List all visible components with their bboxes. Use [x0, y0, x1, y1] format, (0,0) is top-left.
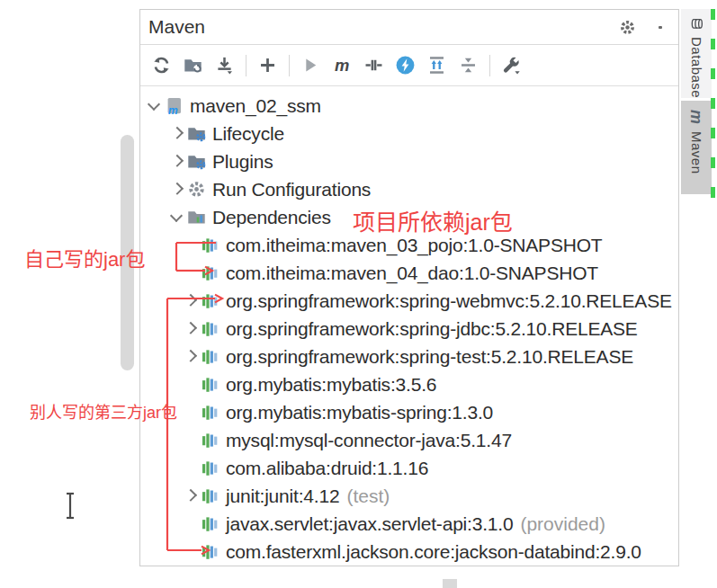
screen: Maven m: [0, 0, 717, 588]
execute-maven-goal-button[interactable]: m: [331, 54, 354, 76]
chevron-right-icon[interactable]: [182, 343, 200, 370]
skip-tests-icon: [363, 55, 384, 76]
tree-row-label: junit:junit:4.12: [226, 486, 339, 507]
folder-gear-icon: [186, 123, 207, 144]
library-icon: [200, 235, 220, 255]
tree-row-label: org.springframework:spring-test:5.2.10.R…: [226, 346, 633, 368]
maven-settings-button[interactable]: [500, 54, 523, 76]
dependency-scope-badge: (provided): [520, 513, 605, 535]
tree-row-label: com.fasterxml.jackson.core:jackson-datab…: [226, 541, 641, 563]
library-icon: [200, 318, 220, 339]
maven-project-tree: maven_02_ssm Lifecycle Plugins Run Confi…: [140, 86, 678, 566]
chevron-slot: [182, 510, 200, 538]
reimport-button[interactable]: [150, 54, 173, 76]
tree-row-label: javax.servlet:javax.servlet-api:3.1.0: [226, 513, 513, 535]
chevron-slot: [182, 426, 200, 454]
library-icon: [200, 263, 220, 283]
tree-row-label: Lifecycle: [212, 123, 284, 145]
tree-row-dependency[interactable]: org.springframework:spring-webmvc:5.2.10…: [140, 287, 678, 315]
tab-maven[interactable]: m Maven: [681, 101, 712, 194]
maven-m-icon: m: [332, 55, 353, 76]
tree-row-dependency[interactable]: com.fasterxml.jackson.core:jackson-datab…: [140, 538, 678, 566]
tree-row-label: Dependencies: [212, 207, 331, 228]
tool-window-titlebar: Maven: [140, 10, 678, 45]
generate-sources-button[interactable]: [182, 54, 204, 76]
tool-window-tab-strip: Database m Maven: [681, 9, 712, 194]
text-cursor-pointer: [63, 492, 77, 520]
expand-all-button[interactable]: [426, 54, 448, 76]
chevron-slot: [182, 370, 200, 398]
lightning-icon: [395, 55, 416, 76]
tool-window-title: Maven: [148, 16, 205, 38]
hide-tool-window-button[interactable]: [639, 15, 662, 39]
gear-icon: [186, 179, 207, 200]
chevron-slot: [182, 454, 200, 482]
wrench-icon: [501, 55, 522, 76]
tree-row-label: mysql:mysql-connector-java:5.1.47: [226, 430, 512, 451]
library-icon: [200, 458, 220, 478]
library-icon: [200, 374, 220, 395]
tree-row-label: org.mybatis:mybatis:3.5.6: [226, 374, 436, 396]
annotation-own-jars: 自己写的jar包: [24, 243, 145, 272]
chevron-slot: [182, 398, 200, 426]
tool-window-settings-button[interactable]: [615, 15, 639, 39]
tree-row-label: org.springframework:spring-jdbc:5.2.10.R…: [226, 318, 638, 340]
toolbar-separator: [289, 55, 290, 76]
collapse-all-button[interactable]: [457, 54, 479, 76]
refresh-icon: [151, 55, 172, 76]
tree-row-label: com.itheima:maven_04_dao:1.0-SNAPSHOT: [226, 263, 598, 284]
tree-row-dependency[interactable]: javax.servlet:javax.servlet-api:3.1.0 (p…: [140, 510, 678, 538]
tree-row-project[interactable]: maven_02_ssm: [140, 92, 678, 120]
tree-row-label: maven_02_ssm: [190, 95, 321, 117]
dependency-scope-badge: (test): [346, 486, 390, 507]
toolbar-separator: [489, 55, 490, 76]
tree-row-dependency[interactable]: org.springframework:spring-jdbc:5.2.10.R…: [140, 315, 678, 343]
tree-row-dependency[interactable]: org.springframework:spring-test:5.2.10.R…: [140, 343, 678, 370]
toggle-offline-mode-button[interactable]: [394, 54, 417, 76]
tree-row-dependency[interactable]: org.mybatis:mybatis-spring:1.3.0: [140, 398, 678, 426]
gear-icon: [618, 18, 637, 37]
chevron-down-icon[interactable]: [146, 92, 164, 120]
library-icon: [200, 346, 220, 367]
tab-label: Database: [689, 37, 704, 98]
download-sources-button[interactable]: [213, 54, 236, 76]
chevron-slot: [182, 231, 200, 259]
tree-row-label: com.alibaba:druid:1.1.16: [226, 458, 428, 479]
tree-row-plugins[interactable]: Plugins: [140, 147, 678, 175]
tree-row-dependency[interactable]: junit:junit:4.12 (test): [140, 482, 678, 510]
tab-database[interactable]: Database: [681, 9, 712, 98]
library-icon: [200, 430, 220, 450]
chevron-right-icon[interactable]: [168, 175, 186, 203]
toggle-skip-tests-button[interactable]: [363, 54, 385, 76]
toolbar-separator: [246, 55, 246, 76]
chevron-down-icon[interactable]: [168, 203, 186, 231]
maven-toolbar: m: [140, 45, 678, 86]
tree-row-dependency[interactable]: com.alibaba:druid:1.1.16: [140, 454, 678, 482]
run-maven-build-button[interactable]: [300, 54, 322, 76]
tree-row-lifecycle[interactable]: Lifecycle: [140, 120, 678, 147]
tree-row-dependency[interactable]: com.itheima:maven_04_dao:1.0-SNAPSHOT: [140, 259, 678, 287]
download-arrow-icon: [214, 55, 235, 76]
tree-row-dependency[interactable]: org.mybatis:mybatis:3.5.6: [140, 370, 678, 398]
chevron-right-icon[interactable]: [168, 147, 186, 175]
green-dashed-edge-marks: [711, 9, 715, 198]
maven-m-icon: m: [688, 110, 704, 124]
database-icon: [690, 14, 704, 33]
tree-row-dependency[interactable]: mysql:mysql-connector-java:5.1.47: [140, 426, 678, 454]
chevron-right-icon[interactable]: [182, 315, 200, 343]
tree-row-run-configurations[interactable]: Run Configurations: [140, 175, 678, 203]
chevron-right-icon[interactable]: [182, 482, 200, 510]
chevron-right-icon[interactable]: [168, 120, 186, 147]
svg-text:m: m: [335, 56, 349, 75]
tree-row-label: org.mybatis:mybatis-spring:1.3.0: [226, 402, 493, 423]
chevron-right-icon[interactable]: [182, 287, 200, 315]
tab-label: Maven: [689, 131, 704, 174]
play-icon: [300, 55, 321, 76]
maven-project-icon: [164, 95, 184, 116]
folder-refresh-icon: [183, 55, 203, 76]
add-maven-project-button[interactable]: [256, 54, 279, 76]
tree-row-label: com.itheima:maven_03_pojo:1.0-SNAPSHOT: [226, 235, 602, 256]
annotation-project-dependencies: 项目所依赖jar包: [353, 204, 513, 236]
collapse-all-icon: [458, 55, 479, 76]
folder-gear-icon: [186, 151, 207, 172]
